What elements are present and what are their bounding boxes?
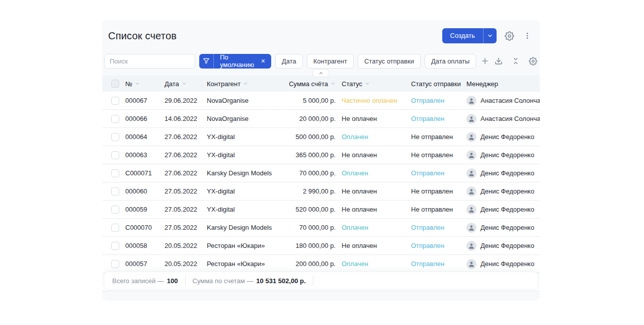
manager-name: Денис Федоренко xyxy=(480,206,534,213)
table-row[interactable]: 000059 27.05.2022 YX-digital 520 000,00 … xyxy=(102,201,540,219)
summary-divider xyxy=(313,276,313,286)
filter-chip-shipping-status[interactable]: Статус отправки xyxy=(358,54,421,69)
column-header-date[interactable]: Дата xyxy=(165,80,207,88)
shipping-status: Не отправлен xyxy=(411,151,466,159)
shipping-status: Отправлен xyxy=(411,242,466,249)
default-filter-chip[interactable]: По умолчанию × xyxy=(199,54,271,69)
row-checkbox[interactable] xyxy=(111,133,119,141)
collapse-rows-icon[interactable] xyxy=(510,55,521,67)
row-checkbox[interactable] xyxy=(111,115,119,123)
column-header-counterparty[interactable]: Контрагент xyxy=(207,80,282,88)
counterparty-name: YX-digital xyxy=(207,206,282,213)
manager-name: Анастасия Солончак xyxy=(480,97,540,104)
column-header-shipping-status: Статус отправки xyxy=(411,80,466,88)
column-header-amount[interactable]: Сумма счёта xyxy=(282,80,336,88)
manager-name: Денис Федоренко xyxy=(480,187,534,195)
manager-avatar xyxy=(466,132,476,142)
table-row[interactable]: 000060 27.05.2022 YX-digital 2 990,00 р.… xyxy=(102,182,540,201)
shipping-status: Отправлен xyxy=(411,169,466,177)
total-records-label: Всего записей — xyxy=(112,277,164,285)
row-checkbox[interactable] xyxy=(111,169,119,177)
row-checkbox[interactable] xyxy=(111,151,119,159)
create-button-label[interactable]: Создать xyxy=(442,28,483,43)
manager-name: Денис Федоренко xyxy=(480,133,534,141)
row-checkbox[interactable] xyxy=(111,224,119,232)
row-checkbox[interactable] xyxy=(111,260,119,268)
counterparty-name: YX-digital xyxy=(207,151,282,159)
table-row[interactable]: 000066 14.06.2022 NovaOrganise 20 000,00… xyxy=(102,110,540,128)
manager-name: Денис Федоренко xyxy=(480,169,534,177)
manager-cell: Денис Федоренко xyxy=(466,205,540,215)
shipping-status: Не отправлен xyxy=(411,133,466,141)
row-checkbox[interactable] xyxy=(111,242,119,250)
manager-name: Денис Федоренко xyxy=(480,242,534,249)
column-header-number[interactable]: № xyxy=(125,80,165,88)
card-header: Список счетов Создать xyxy=(102,20,540,51)
download-icon[interactable] xyxy=(493,55,504,67)
counterparty-name: NovaOrganise xyxy=(207,97,282,104)
row-checkbox[interactable] xyxy=(111,187,119,196)
invoice-number: 000059 xyxy=(125,206,165,213)
payment-status: Оплачен xyxy=(336,224,411,231)
table-row[interactable]: 000067 29.06.2022 NovaOrganise 5 000,00 … xyxy=(102,92,540,110)
table-row[interactable]: 000057 20.05.2022 Ресторан «Юкари» 200 0… xyxy=(102,255,540,273)
invoice-number: 000063 xyxy=(125,151,165,159)
search-input[interactable] xyxy=(104,54,195,69)
row-checkbox[interactable] xyxy=(111,97,119,105)
invoice-number: 000067 xyxy=(125,97,165,104)
close-icon[interactable]: × xyxy=(260,57,271,65)
invoice-amount: 20 000,00 р. xyxy=(282,115,336,122)
kebab-menu-icon[interactable] xyxy=(522,30,533,41)
counterparty-name: Karsky Design Models xyxy=(207,169,282,177)
invoice-date: 27.05.2022 xyxy=(165,224,207,231)
filter-chip-date[interactable]: Дата xyxy=(275,54,303,69)
shipping-status: Отправлен xyxy=(411,260,466,268)
manager-cell: Денис Федоренко xyxy=(466,259,540,269)
page-settings-gear-icon[interactable] xyxy=(504,30,515,41)
shipping-status: Отправлен xyxy=(411,224,466,231)
sort-chevron-icon xyxy=(331,81,336,86)
invoice-table: № Дата Контрагент Сумма счёта Статус Ста… xyxy=(102,76,540,291)
invoice-date: 14.06.2022 xyxy=(165,115,207,122)
add-filter-plus-icon[interactable] xyxy=(481,55,489,67)
invoice-amount: 70 000,00 р. xyxy=(282,224,336,231)
manager-cell: Анастасия Солончак xyxy=(466,96,540,106)
invoice-number: 000060 xyxy=(125,187,165,195)
total-sum-label: Сумма по счетам — xyxy=(193,277,254,285)
manager-cell: Денис Федоренко xyxy=(466,132,540,142)
counterparty-name: Ресторан «Юкари» xyxy=(207,260,282,268)
filter-chip-payment-date[interactable]: Дата оплаты xyxy=(425,54,476,69)
sort-chevron-icon xyxy=(365,81,370,86)
invoice-amount: 520 000,00 р. xyxy=(282,206,336,213)
invoice-date: 27.06.2022 xyxy=(165,151,207,159)
counterparty-name: YX-digital xyxy=(207,133,282,141)
manager-avatar xyxy=(466,186,476,197)
table-settings-gear-icon[interactable] xyxy=(527,55,538,67)
header-actions: Создать xyxy=(442,28,533,43)
collapse-table-button[interactable] xyxy=(312,69,330,77)
invoice-list-card: Список счетов Создать По умо xyxy=(102,20,540,301)
chevron-down-icon[interactable] xyxy=(484,28,497,43)
select-all-checkbox[interactable] xyxy=(111,80,119,88)
table-row[interactable]: C000071 27.06.2022 Karsky Design Models … xyxy=(102,164,540,182)
funnel-icon[interactable] xyxy=(199,57,213,64)
default-filter-label[interactable]: По умолчанию xyxy=(214,53,260,69)
shipping-status: Не отправлен xyxy=(411,187,466,195)
column-header-manager: Менеджер xyxy=(466,80,540,88)
shipping-status: Отправлен xyxy=(411,97,466,104)
table-row[interactable]: 000058 20.05.2022 Ресторан «Юкари» 180 0… xyxy=(102,237,540,255)
counterparty-name: Ресторан «Юкари» xyxy=(207,242,282,249)
table-row[interactable]: 000064 27.06.2022 YX-digital 500 000,00 … xyxy=(102,128,540,146)
invoice-amount: 2 990,00 р. xyxy=(282,187,336,195)
table-row[interactable]: C000070 27.05.2022 Karsky Design Models … xyxy=(102,219,540,237)
table-row[interactable]: 000063 27.06.2022 YX-digital 365 000,00 … xyxy=(102,146,540,164)
summary-bar: Всего записей — 100 Сумма по счетам — 10… xyxy=(104,272,538,289)
invoice-date: 27.05.2022 xyxy=(165,187,207,195)
invoice-number: C000071 xyxy=(125,169,165,177)
row-checkbox[interactable] xyxy=(111,206,119,214)
create-button[interactable]: Создать xyxy=(442,28,497,43)
column-header-status[interactable]: Статус xyxy=(336,80,411,88)
payment-status: Не оплачен xyxy=(336,151,411,159)
filter-chip-counterparty[interactable]: Контрагент xyxy=(307,54,354,69)
total-records-value: 100 xyxy=(167,277,178,285)
